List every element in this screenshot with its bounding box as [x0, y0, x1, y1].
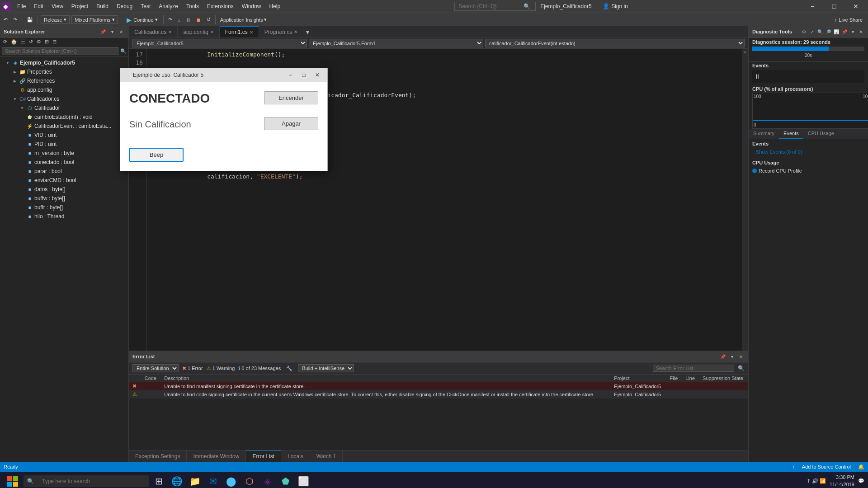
tree-item-appconfig[interactable]: ⚙ app.config [0, 85, 128, 94]
diag-settings-icon[interactable]: ⚙ [800, 28, 807, 35]
tab-calificadorcs[interactable]: Calificador.cs ✕ [129, 26, 178, 38]
tab-exception-settings[interactable]: Exception Settings [129, 450, 187, 462]
tree-item-cambioestado[interactable]: ⬟ cambioEstado(int) : void [0, 113, 128, 122]
tree-item-parar[interactable]: ■ parar : bool [0, 167, 128, 176]
dialog-apagar-button[interactable]: Apagar [264, 117, 318, 130]
table-row[interactable]: ✖ Unable to find manifest signing certif… [129, 382, 748, 390]
menu-window[interactable]: Window [238, 2, 265, 10]
tree-item-calificadorevent[interactable]: ⚡ CalificadorEvent : cambioEsta... [0, 122, 128, 131]
dialog-minimize-button[interactable]: − [284, 70, 297, 80]
tab-programcs[interactable]: Program.cs ✕ [259, 26, 303, 38]
minimize-button[interactable]: − [802, 0, 823, 13]
diag-pin-icon[interactable]: 📌 [841, 28, 848, 35]
diag-close-icon[interactable]: ✕ [857, 28, 864, 35]
taskbar-task-view[interactable]: ⊞ [151, 473, 167, 488]
se-collapse-btn[interactable]: ⊟ [51, 38, 58, 45]
pause-button[interactable]: ⏸ [184, 16, 193, 23]
tree-item-buffw[interactable]: ■ buffw : byte[] [0, 194, 128, 203]
col-project[interactable]: Project [610, 375, 666, 382]
col-code[interactable]: Code [141, 375, 160, 382]
se-close-icon[interactable]: ✕ [118, 28, 125, 35]
taskbar-unknown2-icon[interactable]: ⬟ [277, 473, 293, 488]
tab-calificadorcs-close[interactable]: ✕ [168, 29, 172, 34]
solution-explorer-search[interactable] [2, 47, 118, 55]
taskbar-vs-icon[interactable]: ◈ [259, 473, 275, 488]
tab-error-list[interactable]: Error List [246, 450, 281, 462]
tab-locals[interactable]: Locals [281, 450, 310, 462]
diag-zoom-in-icon[interactable]: 🔍 [816, 28, 824, 35]
tab-immediate-window[interactable]: Immediate Window [187, 450, 246, 462]
col-file[interactable]: File [666, 375, 682, 382]
tree-item-conectado[interactable]: ■ conectado : bool [0, 158, 128, 167]
tree-item-calificador-class[interactable]: ▼ ⬡ Calificador [0, 103, 128, 113]
app-insights-button[interactable]: Application Insights ▾ [218, 16, 269, 23]
menu-tools[interactable]: Tools [183, 2, 203, 10]
menu-view[interactable]: View [48, 2, 67, 10]
col-line[interactable]: Line [682, 375, 699, 382]
error-filter-dropdown[interactable]: Entire Solution [132, 364, 179, 372]
step-over-button[interactable]: ↷ [166, 16, 174, 23]
tab-programcs-close[interactable]: ✕ [294, 29, 297, 34]
redo-button[interactable]: ↷ [11, 16, 19, 23]
diag-arrow-icon[interactable]: ▾ [849, 28, 856, 35]
se-filter-btn[interactable]: ☰ [19, 38, 27, 45]
col-description[interactable]: Description [160, 375, 610, 382]
menu-edit[interactable]: Edit [30, 2, 47, 10]
dialog-close-button[interactable]: ✕ [311, 70, 324, 80]
restart-button[interactable]: ↺ [205, 16, 212, 23]
maximize-button[interactable]: □ [824, 0, 844, 13]
tab-watch1[interactable]: Watch 1 [310, 450, 343, 462]
expand-refs-icon[interactable]: ▶ [12, 78, 18, 84]
notification-icon[interactable]: 💬 [858, 478, 864, 484]
events-pause-icon[interactable]: ⏸ [754, 73, 760, 80]
se-search-icon[interactable]: 🔍 [120, 48, 127, 54]
nav-method-dropdown[interactable]: calificador_CalificadorEvent(int estado) [485, 39, 745, 47]
diag-tab-events[interactable]: Events [779, 129, 803, 139]
menu-extensions[interactable]: Extensions [203, 2, 237, 10]
se-arrow-icon[interactable]: ▾ [108, 28, 116, 35]
dialog-beep-button[interactable]: Beep [129, 148, 184, 162]
menu-help[interactable]: Help [265, 2, 284, 10]
session-timeline[interactable] [752, 47, 864, 51]
continue-button[interactable]: ▶ Continue ▾ [124, 15, 160, 24]
menu-project[interactable]: Project [68, 2, 92, 10]
se-settings-btn[interactable]: ⚙ [35, 38, 42, 45]
error-list-pin-icon[interactable]: 📌 [719, 353, 726, 360]
undo-button[interactable]: ↶ [2, 16, 9, 23]
search-box[interactable]: 🔍 [454, 2, 536, 11]
taskbar-mail-icon[interactable]: ✉ [205, 473, 221, 488]
tree-item-properties[interactable]: ▶ 📁 Properties [0, 67, 128, 76]
tree-item-enviarcmd[interactable]: ■ enviarCMD : bool [0, 176, 128, 185]
close-button[interactable]: ✕ [845, 0, 866, 13]
se-pin-icon[interactable]: 📌 [99, 28, 107, 35]
taskbar-unknown3-icon[interactable]: ⬜ [295, 473, 311, 488]
table-row[interactable]: ⚠ Unable to find code signing certificat… [129, 390, 748, 399]
tree-item-buffr[interactable]: ■ buffr : byte[] [0, 203, 128, 212]
se-refresh-btn[interactable]: ↺ [28, 38, 34, 45]
expand-calificador-icon[interactable]: ▼ [12, 96, 18, 102]
tree-item-references[interactable]: ▶ 🔗 References [0, 76, 128, 85]
step-into-button[interactable]: ↓ [176, 16, 182, 23]
tabs-more-button[interactable]: ▾ [303, 28, 312, 36]
expand-properties-icon[interactable]: ▶ [12, 69, 18, 75]
taskbar-explorer-icon[interactable]: 📁 [187, 473, 203, 488]
tree-item-hilo[interactable]: ■ hilo : Thread [0, 212, 128, 221]
save-all-button[interactable]: 💾 [25, 16, 35, 23]
scroll-up-icon[interactable]: + [744, 50, 746, 55]
nav-class-dropdown[interactable]: Ejemplo_Calificador5 [132, 39, 307, 47]
tree-item-vid[interactable]: ■ VID : uint [0, 131, 128, 140]
tab-form1cs[interactable]: Form1.cs ✕ [220, 26, 259, 38]
menu-test[interactable]: Test [137, 2, 154, 10]
tab-appconfig-close[interactable]: ✕ [210, 29, 214, 34]
taskbar-unknown1-icon[interactable]: ⬡ [241, 473, 257, 488]
diag-export-icon[interactable]: ↗ [808, 28, 816, 35]
taskbar-edge-icon[interactable]: 🌐 [169, 473, 185, 488]
live-share-button[interactable]: ↑ Live Share [831, 16, 866, 23]
diag-tab-cpu[interactable]: CPU Usage [803, 129, 839, 139]
search-input[interactable] [458, 3, 522, 9]
diag-zoom-out-icon[interactable]: 🔎 [825, 28, 832, 35]
notifications-icon[interactable]: 🔔 [858, 464, 864, 470]
expand-class-icon[interactable]: ▼ [19, 105, 25, 111]
platform-dropdown[interactable]: Mixed Platforms ▾ [71, 15, 118, 24]
nav-member-dropdown[interactable]: Ejemplo_Calificador5.Form1 [309, 39, 483, 47]
